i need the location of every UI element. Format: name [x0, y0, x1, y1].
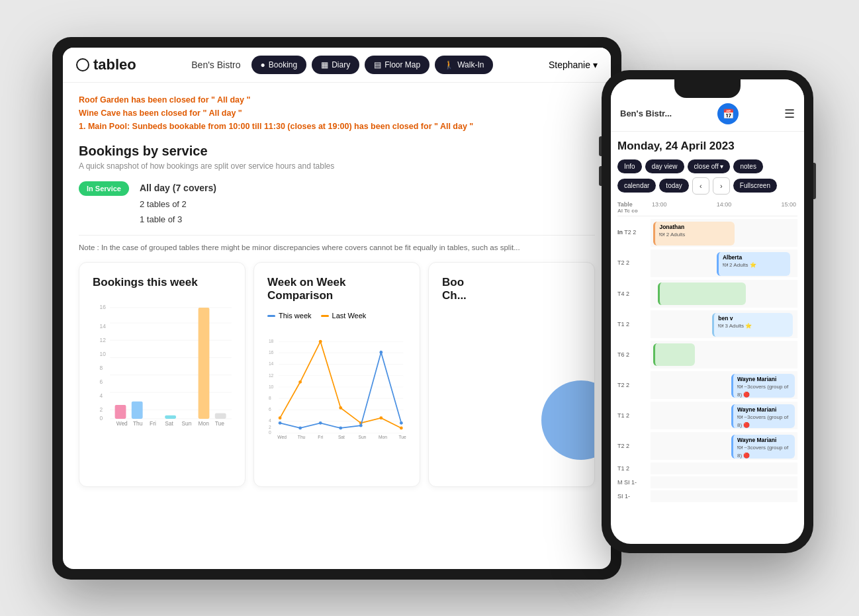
- svg-text:16: 16: [100, 304, 107, 310]
- close-off-btn[interactable]: close off ▾: [688, 159, 731, 173]
- diary-row-alberta: T2 2 Alberta 🍽 2 Adults ⭐: [617, 249, 797, 277]
- user-menu[interactable]: Stephanie ▾: [549, 60, 598, 70]
- guest-name-wayne-1: Wayne Mariani: [737, 376, 790, 384]
- svg-point-60: [379, 351, 383, 354]
- svg-text:2: 2: [269, 425, 271, 429]
- svg-text:Mon: Mon: [379, 435, 387, 440]
- booking-timeline-4: ben v 🍽 3 Adults ⭐: [651, 310, 797, 338]
- booking-timeline-3: [651, 280, 797, 308]
- alerts-section: Roof Garden has been closed for " All da…: [79, 93, 595, 133]
- svg-rect-18: [132, 402, 143, 419]
- table-info-wayne-1: T2 2: [617, 382, 651, 388]
- booking-wayne-2[interactable]: Wayne Mariani 🍽 ~3covers (group of 8) 🔴: [731, 404, 794, 428]
- svg-text:16: 16: [269, 351, 274, 355]
- in-service-badge: In Service: [79, 181, 129, 196]
- guest-info-benv: 🍽 3 Adults ⭐: [718, 322, 789, 330]
- svg-text:Tue: Tue: [215, 421, 224, 427]
- phone-content: Monday, 24 April 2023 Info day view clos…: [611, 132, 804, 544]
- svg-text:Sun: Sun: [358, 435, 366, 440]
- table-info-si: SI 1-: [617, 493, 651, 500]
- guest-info-alberta: 🍽 2 Adults ⭐: [723, 261, 786, 269]
- phone-menu-icon[interactable]: ☰: [784, 107, 795, 121]
- next-btn[interactable]: ›: [713, 177, 730, 195]
- svg-point-51: [339, 406, 342, 410]
- header-nav: Ben's Bistro ● Booking ▦ Diary ▤ Floor M…: [147, 56, 538, 74]
- prev-btn[interactable]: ‹: [692, 177, 709, 195]
- booking-timeline-wayne-3: Wayne Mariani 🍽 ~3covers (group of 8) 🔴: [651, 432, 797, 460]
- legend-last-week: Last Week: [321, 312, 367, 320]
- phone-btn-row-1: Info day view close off ▾ notes: [617, 159, 797, 173]
- phone-calendar-icon: 📅: [723, 109, 734, 119]
- svg-text:4: 4: [100, 393, 103, 400]
- booking-icon: ●: [261, 60, 265, 69]
- svg-rect-21: [215, 414, 226, 419]
- booking-wayne-1[interactable]: Wayne Mariani 🍽 ~3covers (group of 8) 🔴: [731, 374, 794, 398]
- booking-jonathan[interactable]: Jonathan 🍽 2 Adults: [653, 222, 734, 245]
- svg-text:Sat: Sat: [165, 421, 173, 427]
- svg-text:Wed: Wed: [277, 435, 287, 440]
- diary-row-benv: T1 2 ben v 🍽 3 Adults ⭐: [617, 310, 797, 338]
- floormap-icon: ▤: [374, 60, 381, 69]
- guest-info-wayne-2: 🍽 ~3covers (group of 8) 🔴: [737, 414, 790, 427]
- svg-point-56: [298, 427, 302, 430]
- notes-btn[interactable]: notes: [733, 159, 762, 173]
- calendar-btn[interactable]: calendar: [617, 179, 656, 193]
- info-btn[interactable]: Info: [617, 159, 642, 173]
- svg-point-54: [400, 427, 403, 430]
- phone-diary: Table Al Tc co 13:00 14:00 15:00 In T2 2: [617, 201, 797, 502]
- guest-name-wayne-3: Wayne Mariani: [737, 437, 790, 445]
- svg-point-59: [359, 424, 363, 427]
- guest-info-wayne-3: 🍽 ~3covers (group of 8) 🔴: [737, 444, 790, 458]
- tables-line2: 1 table of 3: [140, 212, 216, 227]
- guest-name-wayne-2: Wayne Mariani: [737, 406, 790, 414]
- svg-point-48: [279, 417, 282, 420]
- today-btn[interactable]: today: [659, 179, 688, 193]
- booking-timeline-wayne-2: Wayne Mariani 🍽 ~3covers (group of 8) 🔴: [651, 402, 797, 429]
- floormap-nav-btn[interactable]: ▤ Floor Map: [365, 56, 430, 74]
- svg-point-57: [319, 421, 322, 425]
- walkin-nav-btn[interactable]: 🚶 Walk-In: [435, 56, 493, 74]
- svg-text:Tue: Tue: [399, 435, 406, 440]
- logo: tableo: [76, 56, 136, 73]
- svg-rect-19: [165, 416, 176, 419]
- phone-venue-name: Ben's Bistr...: [620, 109, 672, 118]
- alert-3: 1. Main Pool: Sunbeds bookable from 10:0…: [79, 120, 595, 133]
- booking-green-t4[interactable]: [658, 283, 746, 305]
- venue-name-label: Ben's Bistro: [191, 60, 240, 70]
- table-info-t1: T1 2: [617, 321, 651, 328]
- third-chart: BooCh...: [428, 262, 595, 487]
- svg-point-49: [298, 380, 302, 384]
- booking-timeline-m: [651, 476, 797, 488]
- diary-row-m: M SI 1-: [617, 476, 797, 488]
- svg-text:10: 10: [100, 351, 107, 358]
- logo-text: tableo: [93, 56, 136, 73]
- guest-name-alberta: Alberta: [723, 254, 786, 262]
- tablet-device: tableo Ben's Bistro ● Booking ▦ Diary ▤ …: [52, 37, 621, 580]
- phone-screen: Ben's Bistr... 📅 ☰ Monday, 24 April 2023…: [611, 79, 804, 544]
- phone-action-btn[interactable]: 📅: [717, 103, 739, 124]
- booking-wayne-3[interactable]: Wayne Mariani 🍽 ~3covers (group of 8) 🔴: [731, 435, 794, 459]
- svg-point-50: [319, 340, 322, 343]
- booking-green-t6[interactable]: [653, 343, 694, 366]
- diary-icon: ▦: [321, 60, 328, 69]
- line-chart-title: Week on Week Comparison: [267, 276, 406, 302]
- day-view-btn[interactable]: day view: [645, 159, 684, 173]
- phone-vol-down: [599, 166, 602, 186]
- booking-timeline-5: [651, 341, 797, 369]
- tablet-header: tableo Ben's Bistro ● Booking ▦ Diary ▤ …: [63, 48, 611, 83]
- phone-nav-row: calendar today ‹ › Fullscreen: [617, 177, 797, 195]
- booking-benv[interactable]: ben v 🍽 3 Adults ⭐: [712, 313, 793, 337]
- booking-nav-btn[interactable]: ● Booking: [251, 56, 307, 74]
- phone-device: Ben's Bistr... 📅 ☰ Monday, 24 April 2023…: [602, 70, 813, 553]
- diary-nav-btn[interactable]: ▦ Diary: [312, 56, 359, 74]
- user-name: Stephanie: [549, 60, 590, 70]
- diary-row-wayne-3: T2 2 Wayne Mariani 🍽 ~3covers (group of …: [617, 432, 797, 460]
- svg-text:8: 8: [100, 365, 103, 372]
- guest-info-wayne-1: 🍽 ~3covers (group of 8) 🔴: [737, 383, 790, 397]
- svg-text:18: 18: [269, 339, 274, 344]
- svg-text:Fri: Fri: [150, 421, 156, 427]
- svg-text:2: 2: [100, 407, 103, 414]
- diary-row-jonathan: In T2 2 Jonathan 🍽 2 Adults: [617, 219, 797, 247]
- fullscreen-btn[interactable]: Fullscreen: [733, 179, 777, 193]
- booking-alberta[interactable]: Alberta 🍽 2 Adults ⭐: [717, 252, 790, 276]
